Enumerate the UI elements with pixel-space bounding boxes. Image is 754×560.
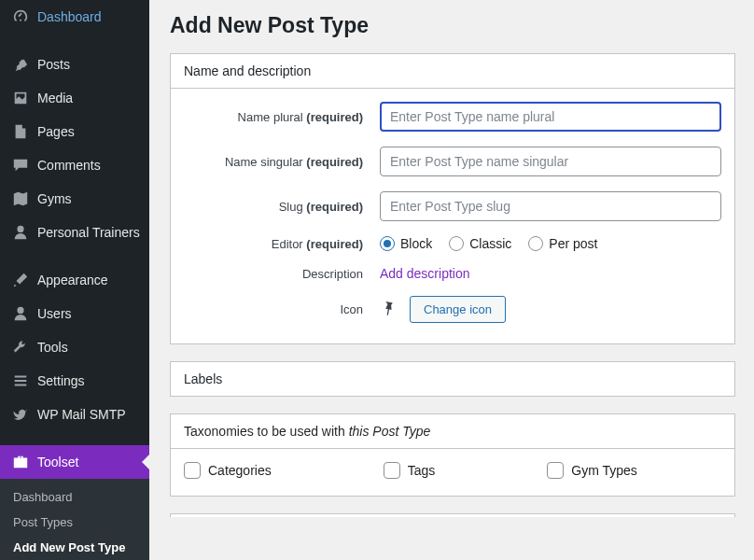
sidebar-item-toolset[interactable]: Toolset: [0, 445, 149, 479]
panel-name-description: Name and description Name plural (requir…: [170, 53, 735, 344]
comment-icon: [11, 156, 30, 175]
sidebar-item-users[interactable]: Users: [0, 297, 149, 330]
sidebar-item-label: Users: [37, 305, 72, 322]
sidebar-item-label: Gyms: [37, 190, 72, 207]
sidebar-item-label: Personal Trainers: [37, 224, 140, 241]
submenu-item[interactable]: Add New Post Type: [0, 535, 149, 560]
panel-header-labels[interactable]: Labels: [171, 362, 734, 396]
sidebar-item-pages[interactable]: Pages: [0, 115, 149, 148]
sidebar-item-label: Comments: [37, 157, 101, 174]
panel-header-taxonomies: Taxonomies to be used with this Post Typ…: [171, 414, 734, 448]
panel-labels: Labels: [170, 361, 735, 397]
main-content: Add New Post Type Name and description N…: [149, 0, 754, 560]
user-icon: [11, 304, 30, 323]
taxonomy-option-label: Tags: [408, 463, 436, 478]
brush-icon: [11, 271, 30, 289]
editor-radio[interactable]: [528, 236, 543, 251]
change-icon-button[interactable]: Change icon: [410, 296, 506, 323]
sidebar-item-tools[interactable]: Tools: [0, 330, 149, 364]
sidebar-item-posts[interactable]: Posts: [0, 48, 149, 81]
panel-body: Name plural (required) Name singular (re…: [171, 88, 734, 343]
sliders-icon: [11, 371, 30, 390]
submenu-item[interactable]: Dashboard: [0, 484, 149, 510]
sidebar-item-label: Toolset: [37, 454, 78, 470]
sidebar-item-label: Dashboard: [37, 8, 102, 25]
bird-icon: [11, 405, 30, 424]
sidebar-item-label: WP Mail SMTP: [37, 406, 126, 423]
editor-radio[interactable]: [380, 236, 395, 251]
sidebar-item-label: Settings: [37, 372, 85, 389]
taxonomy-option-label: Gym Types: [571, 463, 637, 478]
editor-radio[interactable]: [449, 236, 464, 251]
page-title: Add New Post Type: [170, 0, 735, 53]
editor-option-classic[interactable]: Classic: [449, 236, 511, 251]
sidebar-item-settings[interactable]: Settings: [0, 364, 149, 398]
taxonomy-options: CategoriesTagsGym Types: [171, 448, 734, 496]
input-name-plural[interactable]: [380, 102, 721, 132]
page-icon: [11, 122, 30, 141]
sidebar-item-label: Tools: [37, 339, 68, 356]
user-icon: [11, 223, 30, 242]
sidebar-item-label: Posts: [37, 56, 70, 73]
editor-option-label: Per post: [549, 236, 597, 251]
taxonomy-checkbox[interactable]: [547, 462, 564, 479]
editor-option-per-post[interactable]: Per post: [528, 236, 597, 251]
add-description-link[interactable]: Add description: [380, 266, 470, 281]
sidebar-item-media[interactable]: Media: [0, 81, 149, 115]
panel-taxonomies: Taxonomies to be used with this Post Typ…: [170, 413, 735, 497]
label-name-plural: Name plural (required): [184, 110, 380, 124]
label-icon: Icon: [184, 302, 380, 316]
sidebar-item-trainers[interactable]: Personal Trainers: [0, 216, 149, 249]
row-name-singular: Name singular (required): [184, 147, 721, 176]
label-editor: Editor (required): [184, 237, 380, 251]
label-name-singular: Name singular (required): [184, 155, 380, 169]
sidebar-item-appearance[interactable]: Appearance: [0, 263, 149, 297]
sidebar-item-label: Pages: [37, 123, 75, 140]
row-description: Description Add description: [184, 266, 721, 281]
menu-separator: [0, 254, 149, 259]
editor-option-label: Classic: [469, 236, 511, 251]
taxonomy-option-tags[interactable]: Tags: [384, 462, 436, 479]
sidebar-item-gyms[interactable]: Gyms: [0, 182, 149, 216]
editor-options: BlockClassicPer post: [380, 236, 721, 251]
sidebar-item-wpsmtp[interactable]: WP Mail SMTP: [0, 398, 149, 431]
row-name-plural: Name plural (required): [184, 102, 721, 132]
sidebar-item-label: Media: [37, 90, 73, 106]
gauge-icon: [11, 7, 30, 26]
sidebar-submenu: DashboardPost TypesAdd New Post TypeTaxo…: [0, 479, 149, 560]
menu-separator: [0, 436, 149, 441]
briefcase-icon: [11, 453, 30, 471]
submenu-item[interactable]: Post Types: [0, 510, 149, 535]
label-description: Description: [184, 267, 380, 281]
wrench-icon: [11, 338, 30, 357]
taxonomy-option-gym-types[interactable]: Gym Types: [547, 462, 637, 479]
editor-option-block[interactable]: Block: [380, 236, 432, 251]
sidebar-item-dashboard[interactable]: Dashboard: [0, 0, 149, 34]
row-editor: Editor (required) BlockClassicPer post: [184, 236, 721, 251]
taxonomy-option-categories[interactable]: Categories: [184, 462, 272, 479]
taxonomy-checkbox[interactable]: [384, 462, 400, 479]
editor-option-label: Block: [400, 236, 432, 251]
panel-next: [170, 513, 735, 517]
thumbtack-icon: [380, 300, 397, 319]
panel-header: Name and description: [171, 54, 734, 88]
row-icon: Icon Change icon: [184, 296, 721, 323]
media-icon: [11, 89, 30, 107]
menu-separator: [0, 38, 149, 43]
pin-icon: [11, 55, 30, 74]
admin-sidebar: DashboardPostsMediaPagesCommentsGymsPers…: [0, 0, 149, 560]
input-name-singular[interactable]: [380, 147, 721, 176]
sidebar-item-comments[interactable]: Comments: [0, 148, 149, 182]
label-slug: Slug (required): [184, 200, 380, 214]
taxonomy-checkbox[interactable]: [184, 462, 201, 479]
map-icon: [11, 189, 30, 208]
row-slug: Slug (required): [184, 191, 721, 221]
taxonomy-option-label: Categories: [208, 463, 272, 478]
input-slug[interactable]: [380, 191, 721, 221]
sidebar-item-label: Appearance: [37, 272, 108, 288]
